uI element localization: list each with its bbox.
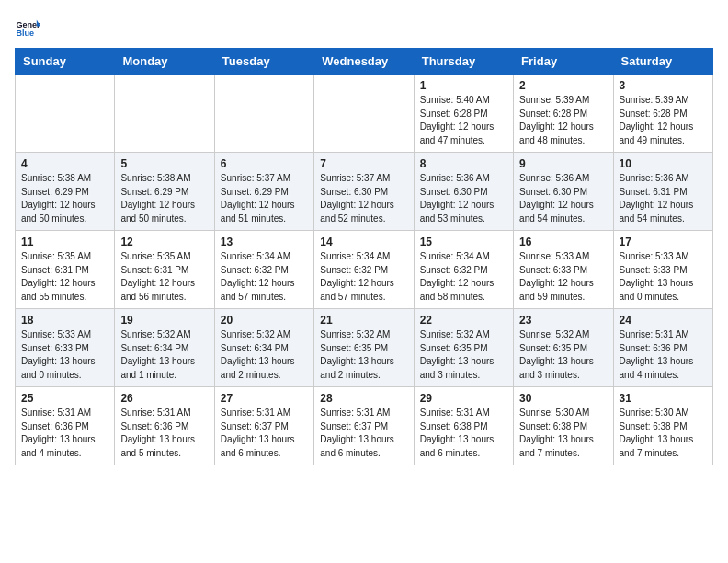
calendar-day-cell: 20Sunrise: 5:32 AM Sunset: 6:34 PM Dayli… (214, 309, 313, 387)
day-number: 30 (519, 392, 607, 405)
calendar-day-cell: 8Sunrise: 5:36 AM Sunset: 6:30 PM Daylig… (414, 153, 513, 231)
day-info: Sunrise: 5:34 AM Sunset: 6:32 PM Dayligh… (320, 250, 407, 304)
calendar-day-cell: 13Sunrise: 5:34 AM Sunset: 6:32 PM Dayli… (214, 231, 313, 309)
calendar-day-cell: 15Sunrise: 5:34 AM Sunset: 6:32 PM Dayli… (414, 231, 513, 309)
calendar-day-cell: 10Sunrise: 5:36 AM Sunset: 6:31 PM Dayli… (613, 153, 712, 231)
calendar-day-cell: 31Sunrise: 5:30 AM Sunset: 6:38 PM Dayli… (613, 387, 712, 465)
day-number: 4 (21, 157, 108, 170)
day-number: 11 (21, 236, 108, 248)
day-info: Sunrise: 5:31 AM Sunset: 6:36 PM Dayligh… (21, 407, 108, 460)
calendar-day-cell: 4Sunrise: 5:38 AM Sunset: 6:29 PM Daylig… (16, 153, 115, 231)
calendar-day-cell (115, 75, 214, 153)
calendar-day-cell: 18Sunrise: 5:33 AM Sunset: 6:33 PM Dayli… (16, 309, 115, 387)
calendar-week-row: 4Sunrise: 5:38 AM Sunset: 6:29 PM Daylig… (16, 153, 713, 231)
day-info: Sunrise: 5:36 AM Sunset: 6:31 PM Dayligh… (620, 172, 707, 225)
calendar-day-cell: 6Sunrise: 5:37 AM Sunset: 6:29 PM Daylig… (214, 153, 313, 231)
weekday-header: Wednesday (314, 49, 414, 75)
calendar-day-cell: 17Sunrise: 5:33 AM Sunset: 6:33 PM Dayli… (613, 231, 712, 309)
day-number: 19 (120, 314, 208, 327)
day-info: Sunrise: 5:35 AM Sunset: 6:31 PM Dayligh… (21, 250, 108, 304)
day-number: 21 (320, 314, 407, 327)
calendar-day-cell: 26Sunrise: 5:31 AM Sunset: 6:36 PM Dayli… (115, 387, 214, 465)
day-number: 1 (420, 79, 507, 92)
calendar-week-row: 18Sunrise: 5:33 AM Sunset: 6:33 PM Dayli… (16, 309, 713, 387)
day-info: Sunrise: 5:31 AM Sunset: 6:36 PM Dayligh… (120, 407, 208, 460)
day-info: Sunrise: 5:36 AM Sunset: 6:30 PM Dayligh… (519, 172, 607, 225)
day-info: Sunrise: 5:32 AM Sunset: 6:35 PM Dayligh… (320, 328, 407, 382)
day-number: 31 (620, 392, 707, 405)
weekday-header: Friday (514, 49, 613, 75)
day-number: 16 (519, 236, 607, 248)
calendar-day-cell: 1Sunrise: 5:40 AM Sunset: 6:28 PM Daylig… (414, 75, 513, 153)
day-number: 13 (221, 236, 308, 248)
weekday-header: Sunday (16, 49, 115, 75)
day-info: Sunrise: 5:31 AM Sunset: 6:37 PM Dayligh… (320, 407, 407, 460)
calendar-day-cell (214, 75, 313, 153)
day-info: Sunrise: 5:39 AM Sunset: 6:28 PM Dayligh… (519, 94, 607, 147)
day-info: Sunrise: 5:30 AM Sunset: 6:38 PM Dayligh… (519, 407, 607, 460)
weekday-header: Monday (115, 49, 214, 75)
day-number: 28 (320, 392, 407, 405)
day-number: 22 (420, 314, 507, 327)
calendar-day-cell (16, 75, 115, 153)
day-number: 3 (620, 79, 707, 92)
calendar-week-row: 1Sunrise: 5:40 AM Sunset: 6:28 PM Daylig… (16, 75, 713, 153)
calendar-day-cell: 16Sunrise: 5:33 AM Sunset: 6:33 PM Dayli… (514, 231, 613, 309)
calendar-day-cell: 24Sunrise: 5:31 AM Sunset: 6:36 PM Dayli… (613, 309, 712, 387)
day-info: Sunrise: 5:37 AM Sunset: 6:30 PM Dayligh… (320, 172, 407, 225)
day-info: Sunrise: 5:32 AM Sunset: 6:35 PM Dayligh… (519, 328, 607, 382)
day-number: 23 (519, 314, 607, 327)
calendar-day-cell: 7Sunrise: 5:37 AM Sunset: 6:30 PM Daylig… (314, 153, 414, 231)
svg-text:Blue: Blue (16, 29, 34, 38)
day-number: 14 (320, 236, 407, 248)
day-info: Sunrise: 5:39 AM Sunset: 6:28 PM Dayligh… (620, 94, 707, 147)
calendar-day-cell: 22Sunrise: 5:32 AM Sunset: 6:35 PM Dayli… (414, 309, 513, 387)
calendar-day-cell: 9Sunrise: 5:36 AM Sunset: 6:30 PM Daylig… (514, 153, 613, 231)
day-info: Sunrise: 5:38 AM Sunset: 6:29 PM Dayligh… (21, 172, 108, 225)
calendar-day-cell: 28Sunrise: 5:31 AM Sunset: 6:37 PM Dayli… (314, 387, 414, 465)
calendar-day-cell: 25Sunrise: 5:31 AM Sunset: 6:36 PM Dayli… (16, 387, 115, 465)
calendar-day-cell: 29Sunrise: 5:31 AM Sunset: 6:38 PM Dayli… (414, 387, 513, 465)
calendar-day-cell: 12Sunrise: 5:35 AM Sunset: 6:31 PM Dayli… (115, 231, 214, 309)
logo: General Blue (15, 15, 40, 40)
day-info: Sunrise: 5:32 AM Sunset: 6:34 PM Dayligh… (120, 328, 208, 382)
day-number: 17 (620, 236, 707, 248)
weekday-header: Tuesday (214, 49, 313, 75)
day-number: 2 (519, 79, 607, 92)
day-number: 20 (221, 314, 308, 327)
day-info: Sunrise: 5:31 AM Sunset: 6:37 PM Dayligh… (221, 407, 308, 460)
page-header: General Blue (15, 15, 713, 40)
weekday-header: Thursday (414, 49, 513, 75)
day-number: 15 (420, 236, 507, 248)
day-info: Sunrise: 5:32 AM Sunset: 6:35 PM Dayligh… (420, 328, 507, 382)
day-number: 29 (420, 392, 507, 405)
day-number: 27 (221, 392, 308, 405)
calendar-day-cell: 14Sunrise: 5:34 AM Sunset: 6:32 PM Dayli… (314, 231, 414, 309)
calendar-day-cell: 2Sunrise: 5:39 AM Sunset: 6:28 PM Daylig… (514, 75, 613, 153)
calendar-day-cell (314, 75, 414, 153)
calendar-table: SundayMondayTuesdayWednesdayThursdayFrid… (15, 48, 713, 465)
day-number: 18 (21, 314, 108, 327)
day-info: Sunrise: 5:38 AM Sunset: 6:29 PM Dayligh… (120, 172, 208, 225)
calendar-day-cell: 11Sunrise: 5:35 AM Sunset: 6:31 PM Dayli… (16, 231, 115, 309)
day-number: 6 (221, 157, 308, 170)
day-info: Sunrise: 5:31 AM Sunset: 6:36 PM Dayligh… (620, 328, 707, 382)
logo-icon: General Blue (15, 15, 40, 40)
weekday-header: Saturday (613, 49, 712, 75)
calendar-day-cell: 27Sunrise: 5:31 AM Sunset: 6:37 PM Dayli… (214, 387, 313, 465)
calendar-day-cell: 21Sunrise: 5:32 AM Sunset: 6:35 PM Dayli… (314, 309, 414, 387)
calendar-day-cell: 30Sunrise: 5:30 AM Sunset: 6:38 PM Dayli… (514, 387, 613, 465)
day-number: 8 (420, 157, 507, 170)
day-info: Sunrise: 5:33 AM Sunset: 6:33 PM Dayligh… (21, 328, 108, 382)
calendar-header-row: SundayMondayTuesdayWednesdayThursdayFrid… (16, 49, 713, 75)
day-info: Sunrise: 5:34 AM Sunset: 6:32 PM Dayligh… (420, 250, 507, 304)
day-number: 12 (120, 236, 208, 248)
day-number: 25 (21, 392, 108, 405)
day-info: Sunrise: 5:30 AM Sunset: 6:38 PM Dayligh… (620, 407, 707, 460)
day-number: 9 (519, 157, 607, 170)
day-info: Sunrise: 5:33 AM Sunset: 6:33 PM Dayligh… (620, 250, 707, 304)
day-info: Sunrise: 5:35 AM Sunset: 6:31 PM Dayligh… (120, 250, 208, 304)
day-info: Sunrise: 5:37 AM Sunset: 6:29 PM Dayligh… (221, 172, 308, 225)
day-info: Sunrise: 5:32 AM Sunset: 6:34 PM Dayligh… (221, 328, 308, 382)
day-number: 24 (620, 314, 707, 327)
